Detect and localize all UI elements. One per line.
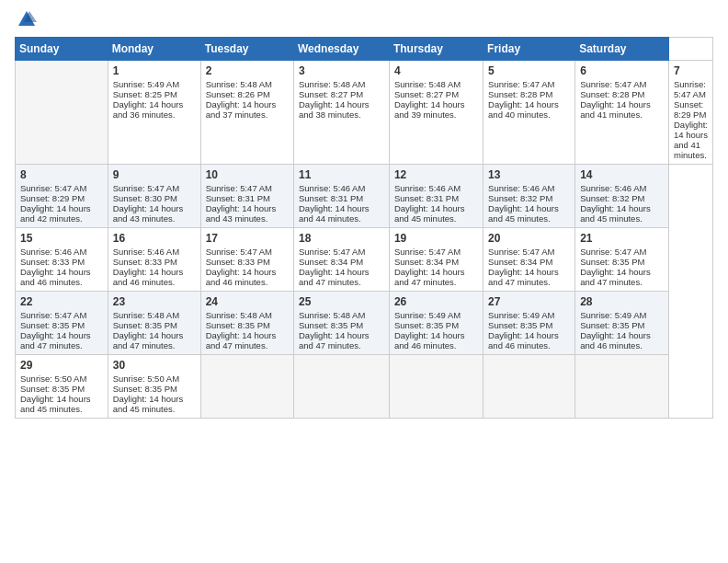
- daylight-line-2: and 46 minutes.: [206, 277, 289, 287]
- col-header-friday: Friday: [483, 38, 575, 61]
- daylight-line-2: and 36 minutes.: [113, 109, 196, 120]
- sunrise-line: Sunrise: 5:49 AM: [580, 310, 664, 320]
- sunset-line: Sunset: 8:29 PM: [674, 99, 708, 120]
- calendar-cell: [389, 355, 483, 419]
- day-number: 25: [299, 295, 384, 308]
- calendar-cell: 13Sunrise: 5:46 AMSunset: 8:32 PMDayligh…: [483, 165, 575, 228]
- sunset-line: Sunset: 8:28 PM: [580, 89, 664, 99]
- sunrise-line: Sunrise: 5:46 AM: [488, 183, 570, 193]
- daylight-line: Daylight: 14 hours: [113, 99, 196, 109]
- calendar-cell: 11Sunrise: 5:46 AMSunset: 8:31 PMDayligh…: [294, 165, 390, 228]
- daylight-line: Daylight: 14 hours: [299, 203, 384, 213]
- sunrise-line: Sunrise: 5:48 AM: [299, 310, 384, 320]
- calendar-cell: [483, 355, 575, 419]
- calendar-cell: [575, 355, 669, 419]
- daylight-line-2: and 47 minutes.: [394, 277, 478, 287]
- logo: [15, 9, 37, 29]
- sunrise-line: Sunrise: 5:46 AM: [580, 183, 664, 193]
- daylight-line: Daylight: 14 hours: [394, 99, 478, 109]
- calendar-cell: 5Sunrise: 5:47 AMSunset: 8:28 PMDaylight…: [483, 61, 575, 165]
- sunrise-line: Sunrise: 5:47 AM: [206, 183, 289, 193]
- day-number: 26: [394, 295, 478, 308]
- col-header-sunday: Sunday: [16, 38, 108, 61]
- daylight-line: Daylight: 14 hours: [20, 203, 103, 213]
- sunset-line: Sunset: 8:31 PM: [206, 193, 289, 203]
- daylight-line-2: and 40 minutes.: [488, 109, 570, 120]
- sunset-line: Sunset: 8:35 PM: [113, 320, 196, 330]
- day-number: 6: [580, 64, 664, 77]
- calendar-cell: 1Sunrise: 5:49 AMSunset: 8:25 PMDaylight…: [108, 61, 200, 165]
- day-number: 16: [113, 232, 196, 245]
- sunset-line: Sunset: 8:30 PM: [113, 193, 196, 203]
- sunrise-line: Sunrise: 5:47 AM: [394, 247, 478, 257]
- sunrise-line: Sunrise: 5:47 AM: [488, 79, 570, 89]
- sunrise-line: Sunrise: 5:49 AM: [488, 310, 570, 320]
- sunrise-line: Sunrise: 5:46 AM: [299, 183, 384, 193]
- sunrise-line: Sunrise: 5:47 AM: [20, 310, 103, 320]
- daylight-line-2: and 39 minutes.: [394, 109, 478, 120]
- daylight-line-2: and 47 minutes.: [113, 340, 196, 350]
- sunrise-line: Sunrise: 5:50 AM: [113, 373, 196, 384]
- calendar-cell: 19Sunrise: 5:47 AMSunset: 8:34 PMDayligh…: [389, 228, 483, 292]
- daylight-line-2: and 41 minutes.: [580, 109, 664, 120]
- sunrise-line: Sunrise: 5:47 AM: [206, 247, 289, 257]
- day-number: 30: [113, 359, 196, 372]
- calendar-cell: 18Sunrise: 5:47 AMSunset: 8:34 PMDayligh…: [294, 228, 390, 292]
- daylight-line: Daylight: 14 hours: [113, 267, 196, 277]
- calendar-cell: 10Sunrise: 5:47 AMSunset: 8:31 PMDayligh…: [200, 165, 293, 228]
- daylight-line: Daylight: 14 hours: [488, 330, 570, 340]
- sunrise-line: Sunrise: 5:47 AM: [580, 79, 664, 89]
- daylight-line: Daylight: 14 hours: [206, 267, 289, 277]
- calendar-cell: 24Sunrise: 5:48 AMSunset: 8:35 PMDayligh…: [200, 292, 293, 355]
- sunset-line: Sunset: 8:35 PM: [20, 384, 103, 394]
- calendar-cell: 6Sunrise: 5:47 AMSunset: 8:28 PMDaylight…: [575, 61, 669, 165]
- sunset-line: Sunset: 8:32 PM: [488, 193, 570, 203]
- sunrise-line: Sunrise: 5:47 AM: [488, 247, 570, 257]
- week-row-2: 15Sunrise: 5:46 AMSunset: 8:33 PMDayligh…: [16, 228, 713, 292]
- calendar-table: SundayMondayTuesdayWednesdayThursdayFrid…: [15, 37, 713, 419]
- calendar-cell: 21Sunrise: 5:47 AMSunset: 8:35 PMDayligh…: [575, 228, 669, 292]
- daylight-line-2: and 46 minutes.: [580, 340, 664, 350]
- day-number: 8: [20, 168, 103, 181]
- sunset-line: Sunset: 8:35 PM: [580, 320, 664, 330]
- daylight-line: Daylight: 14 hours: [299, 330, 384, 340]
- col-header-monday: Monday: [108, 38, 200, 61]
- calendar-body: 1Sunrise: 5:49 AMSunset: 8:25 PMDaylight…: [16, 61, 713, 419]
- daylight-line: Daylight: 14 hours: [394, 330, 478, 340]
- page: SundayMondayTuesdayWednesdayThursdayFrid…: [0, 0, 728, 563]
- daylight-line: Daylight: 14 hours: [206, 99, 289, 109]
- day-number: 24: [206, 295, 289, 308]
- daylight-line: Daylight: 14 hours: [394, 267, 478, 277]
- day-number: 11: [299, 168, 384, 181]
- daylight-line-2: and 41 minutes.: [674, 140, 708, 160]
- sunrise-line: Sunrise: 5:48 AM: [206, 79, 289, 89]
- daylight-line-2: and 45 minutes.: [580, 213, 664, 224]
- daylight-line-2: and 46 minutes.: [20, 277, 103, 287]
- sunrise-line: Sunrise: 5:47 AM: [580, 247, 664, 257]
- calendar-header-row: SundayMondayTuesdayWednesdayThursdayFrid…: [16, 38, 713, 61]
- daylight-line-2: and 46 minutes.: [113, 277, 196, 287]
- calendar-cell: 29Sunrise: 5:50 AMSunset: 8:35 PMDayligh…: [16, 355, 108, 419]
- sunrise-line: Sunrise: 5:48 AM: [206, 310, 289, 320]
- calendar-cell: 12Sunrise: 5:46 AMSunset: 8:31 PMDayligh…: [389, 165, 483, 228]
- day-number: 2: [206, 64, 289, 77]
- daylight-line-2: and 47 minutes.: [580, 277, 664, 287]
- daylight-line-2: and 47 minutes.: [299, 340, 384, 350]
- sunset-line: Sunset: 8:33 PM: [113, 257, 196, 267]
- day-number: 23: [113, 295, 196, 308]
- daylight-line-2: and 45 minutes.: [20, 404, 103, 414]
- sunrise-line: Sunrise: 5:48 AM: [113, 310, 196, 320]
- sunrise-line: Sunrise: 5:47 AM: [299, 247, 384, 257]
- sunset-line: Sunset: 8:33 PM: [206, 257, 289, 267]
- sunset-line: Sunset: 8:25 PM: [113, 89, 196, 99]
- daylight-line-2: and 45 minutes.: [394, 213, 478, 224]
- sunset-line: Sunset: 8:29 PM: [20, 193, 103, 203]
- day-number: 1: [113, 64, 196, 77]
- day-number: 27: [488, 295, 570, 308]
- daylight-line-2: and 45 minutes.: [113, 404, 196, 414]
- day-number: 29: [20, 359, 103, 372]
- day-number: 21: [580, 232, 664, 245]
- sunset-line: Sunset: 8:34 PM: [488, 257, 570, 267]
- daylight-line: Daylight: 14 hours: [580, 99, 664, 109]
- calendar-cell: 8Sunrise: 5:47 AMSunset: 8:29 PMDaylight…: [16, 165, 108, 228]
